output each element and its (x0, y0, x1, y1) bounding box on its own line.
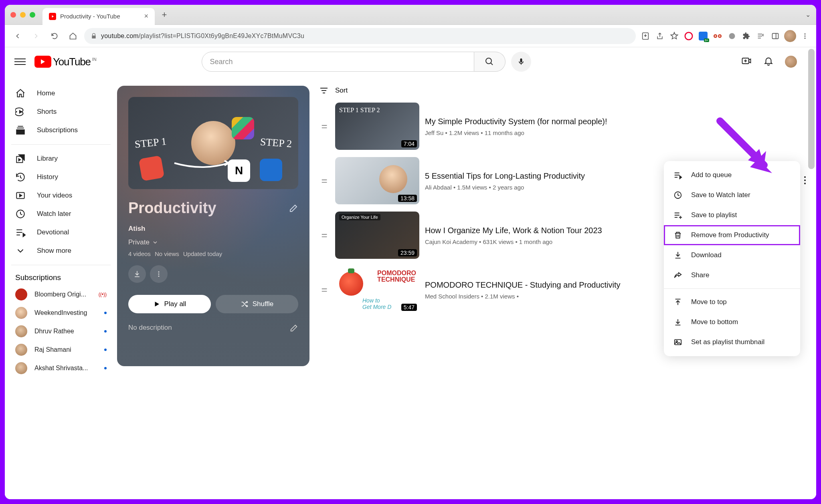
maximize-window-icon[interactable] (30, 12, 35, 18)
menu-item-move-bottom[interactable]: Move to bottom (664, 312, 800, 332)
youtube-logo[interactable]: YouTube IN (34, 56, 97, 68)
sidebar-sub-item[interactable]: Dhruv Rathee (10, 322, 112, 341)
youtube-masthead: YouTube IN Search (5, 47, 807, 76)
video-thumbnail[interactable]: 7:04 (335, 103, 419, 150)
sidebar-item-devotional[interactable]: Devotional (10, 223, 112, 242)
drag-handle-icon[interactable]: = (319, 284, 330, 296)
playlist-meta: 4 videosNo viewsUpdated today (128, 250, 298, 257)
annotation-arrow-icon (712, 113, 780, 183)
reading-list-icon[interactable] (755, 30, 766, 42)
menu-item-watch-later[interactable]: Save to Watch later (664, 185, 800, 205)
video-context-menu: Add to queue Save to Watch later Save to… (664, 161, 800, 356)
edit-title-button[interactable] (289, 200, 298, 217)
menu-item-move-top[interactable]: Move to top (664, 292, 800, 312)
download-playlist-button[interactable] (128, 265, 146, 283)
browser-tab[interactable]: Productivity - YouTube × (42, 8, 155, 25)
page-scrollbar[interactable] (808, 49, 815, 169)
menu-item-save-playlist[interactable]: Save to playlist (664, 205, 800, 225)
sidebar-item-home[interactable]: Home (10, 84, 112, 103)
reload-button[interactable] (47, 29, 62, 43)
svg-point-12 (486, 58, 491, 64)
video-thumbnail[interactable]: POMODOROTECHNIQUE How toGet More D 5:47 (335, 266, 419, 313)
playlist-more-button[interactable] (150, 265, 168, 283)
extension-grey-icon[interactable] (726, 30, 738, 42)
create-button[interactable] (741, 55, 752, 68)
tabs-overflow-icon[interactable]: ⌄ (805, 11, 811, 18)
sidebar-sub-item[interactable]: Bloomberg Origi...((•)) (10, 285, 112, 304)
share-icon (673, 270, 683, 280)
playlist-add-icon (673, 210, 683, 220)
back-button[interactable] (10, 29, 25, 43)
minimize-window-icon[interactable] (20, 12, 26, 18)
address-bar[interactable]: youtube.com/playlist?list=PLISTiG0Xt6y9g… (84, 28, 636, 44)
svg-rect-8 (772, 33, 779, 38)
voice-search-button[interactable] (511, 52, 531, 72)
svg-point-9 (805, 33, 806, 34)
playlist-header-card: STEP 1 STEP 2 N Productivity Atish Priva… (117, 86, 309, 366)
browser-menu-icon[interactable] (799, 30, 811, 42)
drag-handle-icon[interactable]: = (319, 120, 330, 133)
arrow-bottom-icon (673, 317, 683, 327)
bookmark-star-icon[interactable] (669, 30, 680, 42)
lock-icon (91, 33, 97, 39)
new-dot-icon (104, 312, 107, 314)
download-icon (673, 250, 683, 260)
chevron-down-icon (15, 246, 26, 256)
playlist-hero-thumbnail[interactable]: STEP 1 STEP 2 N (128, 97, 298, 189)
notifications-button[interactable] (763, 56, 774, 68)
forward-button[interactable] (29, 29, 43, 43)
menu-item-share[interactable]: Share (664, 265, 800, 285)
extension-eyes-icon[interactable] (712, 30, 723, 42)
guide-menu-button[interactable] (14, 56, 26, 67)
sidebar-item-watch-later[interactable]: Watch later (10, 205, 112, 223)
sidebar-sub-item[interactable]: Akshat Shrivasta... (10, 359, 112, 377)
search-input[interactable]: Search (202, 52, 474, 72)
menu-item-download[interactable]: Download (664, 245, 800, 265)
new-tab-button[interactable]: + (157, 8, 172, 22)
arrow-top-icon (673, 297, 683, 307)
svg-point-2 (685, 32, 692, 39)
sidebar-item-show-more[interactable]: Show more (10, 242, 112, 260)
extension-opera-icon[interactable] (683, 30, 694, 42)
search-button[interactable] (474, 52, 506, 72)
menu-item-set-thumbnail[interactable]: Set as playlist thumbnail (664, 332, 800, 352)
sort-button[interactable]: Sort (319, 86, 796, 95)
menu-item-remove[interactable]: Remove from Productivity (664, 225, 800, 245)
play-all-button[interactable]: Play all (128, 295, 211, 313)
sidebar: Home Shorts Subscriptions Library Histor… (5, 76, 117, 499)
profile-avatar[interactable] (784, 30, 796, 42)
shorts-icon (15, 107, 26, 117)
drag-handle-icon[interactable]: = (319, 175, 330, 187)
svg-point-17 (158, 271, 160, 272)
sidebar-item-your-videos[interactable]: Your videos (10, 186, 112, 205)
install-icon[interactable] (640, 30, 651, 42)
sidebar-item-shorts[interactable]: Shorts (10, 103, 112, 121)
window-controls (10, 12, 35, 18)
close-tab-icon[interactable]: × (144, 12, 148, 20)
sidebar-sub-item[interactable]: WeekendInvesting (10, 304, 112, 322)
svg-point-10 (805, 35, 806, 36)
subscriptions-header: Subscriptions (10, 270, 112, 285)
sidebar-item-library[interactable]: Library (10, 149, 112, 168)
playlist-visibility-dropdown[interactable]: Private (128, 238, 298, 246)
extensions-puzzle-icon[interactable] (741, 30, 752, 42)
video-thumbnail[interactable]: 23:59 (335, 212, 419, 259)
image-icon (673, 337, 683, 347)
sidepanel-icon[interactable] (770, 30, 781, 42)
video-thumbnail[interactable]: 13:58 (335, 157, 419, 204)
playlist-owner[interactable]: Atish (128, 225, 298, 233)
shuffle-button[interactable]: Shuffle (216, 295, 298, 313)
sidebar-item-history[interactable]: History (10, 168, 112, 186)
drag-handle-icon[interactable]: = (319, 229, 330, 242)
close-window-icon[interactable] (10, 12, 16, 18)
sidebar-item-subscriptions[interactable]: Subscriptions (10, 121, 112, 139)
extension-blue-icon[interactable]: 9+ (698, 30, 709, 42)
share-page-icon[interactable] (654, 30, 665, 42)
edit-description-button[interactable] (289, 324, 298, 335)
sidebar-sub-item[interactable]: Raj Shamani (10, 341, 112, 359)
svg-point-5 (715, 35, 716, 37)
account-avatar[interactable] (785, 56, 797, 68)
new-dot-icon (104, 349, 107, 351)
home-button[interactable] (66, 29, 80, 43)
youtube-play-icon (34, 56, 51, 68)
